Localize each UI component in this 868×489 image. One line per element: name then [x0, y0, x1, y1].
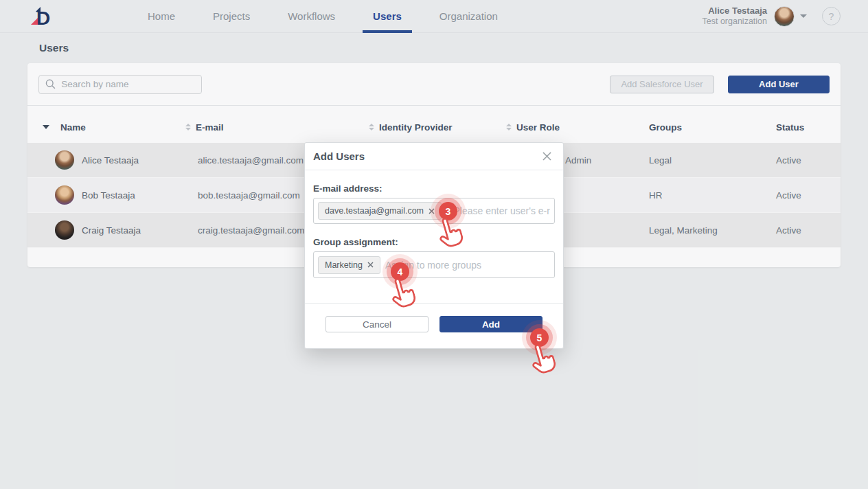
- email-input[interactable]: [454, 205, 550, 216]
- modal-title: Add Users: [313, 150, 365, 162]
- email-address-label: E-mail address:: [313, 183, 555, 194]
- app-window: D Home Projects Workflows Users Organiza…: [0, 0, 868, 489]
- group-input[interactable]: [385, 260, 550, 271]
- modal-body: E-mail address: dave.testaaja@gmail.com …: [305, 183, 563, 278]
- close-icon: [542, 151, 552, 161]
- email-chip-text: dave.testaaja@gmail.com: [325, 206, 424, 216]
- group-tag-field[interactable]: Marketing: [313, 251, 555, 278]
- add-users-modal: Add Users E-mail address: dave.testaaja@…: [304, 142, 564, 349]
- remove-chip-icon[interactable]: [429, 208, 435, 214]
- close-button[interactable]: [539, 148, 555, 164]
- email-chip: dave.testaaja@gmail.com: [318, 202, 442, 220]
- group-chip: Marketing: [318, 256, 380, 274]
- group-assignment-label: Group assignment:: [313, 237, 555, 247]
- modal-footer: Cancel Add: [305, 304, 563, 332]
- group-chip-text: Marketing: [325, 260, 363, 270]
- remove-chip-icon[interactable]: [367, 262, 374, 268]
- cancel-button[interactable]: Cancel: [326, 316, 429, 332]
- email-tag-field[interactable]: dave.testaaja@gmail.com: [313, 198, 555, 224]
- modal-header: Add Users: [305, 143, 563, 170]
- add-button[interactable]: Add: [439, 316, 542, 332]
